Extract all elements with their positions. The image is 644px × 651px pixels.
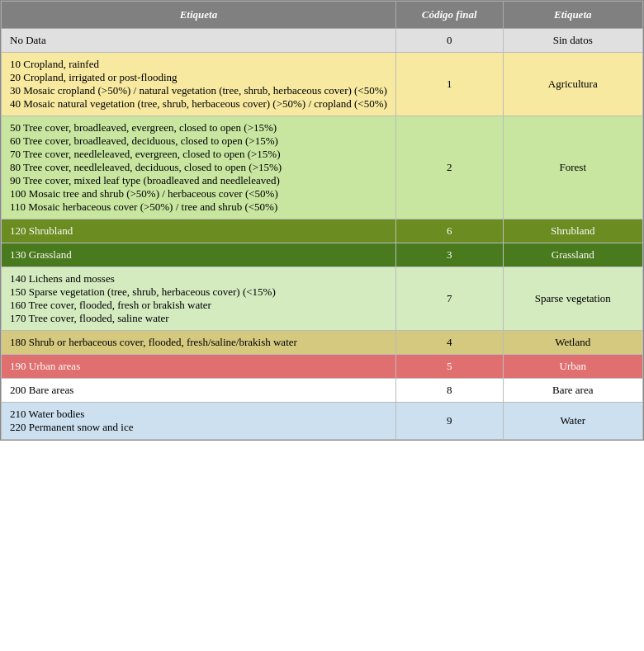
etiqueta2-cell: Sin datos xyxy=(503,29,643,53)
etiqueta-cell: 130 Grassland xyxy=(2,243,396,267)
etiqueta-text: 200 Bare areas xyxy=(10,384,73,396)
etiqueta-cell: 140 Lichens and mosses150 Sparse vegetat… xyxy=(2,267,396,331)
codigo-cell: 3 xyxy=(395,243,503,267)
codigo-cell: 5 xyxy=(395,355,503,379)
etiqueta-text: 80 Tree cover, needleleaved, deciduous, … xyxy=(10,161,282,173)
etiqueta-cell: 190 Urban areas xyxy=(2,355,396,379)
codigo-cell: 4 xyxy=(395,331,503,355)
etiqueta-cell: No Data xyxy=(2,29,396,53)
etiqueta-cell: 10 Cropland, rainfed20 Cropland, irrigat… xyxy=(2,53,396,116)
etiqueta-text: 50 Tree cover, broadleaved, evergreen, c… xyxy=(10,121,277,134)
table-row: 120 Shrubland6Shrubland xyxy=(2,219,643,243)
table-row: 130 Grassland3Grassland xyxy=(2,243,643,267)
etiqueta-text: 160 Tree cover, flooded, fresh or brakis… xyxy=(10,299,211,311)
table-row: 140 Lichens and mosses150 Sparse vegetat… xyxy=(2,267,643,331)
etiqueta2-cell: Grassland xyxy=(503,243,643,267)
etiqueta-text: 210 Water bodies xyxy=(10,408,84,420)
etiqueta2-cell: Agricultura xyxy=(503,53,643,116)
header-etiqueta: Etiqueta xyxy=(2,2,396,29)
table-row: 190 Urban areas5Urban xyxy=(2,355,643,379)
table-row: 180 Shrub or herbaceous cover, flooded, … xyxy=(2,331,643,355)
etiqueta-text: 100 Mosaic tree and shrub (>50%) / herba… xyxy=(10,187,278,200)
etiqueta2-cell: Urban xyxy=(503,355,643,379)
codigo-cell: 7 xyxy=(395,267,503,331)
codigo-cell: 6 xyxy=(395,219,503,243)
table-header: Etiqueta Código final Etiqueta xyxy=(2,2,643,29)
table-row: No Data0Sin datos xyxy=(2,29,643,53)
etiqueta2-cell: Water xyxy=(503,403,643,440)
etiqueta2-cell: Shrubland xyxy=(503,219,643,243)
header-etiqueta2: Etiqueta xyxy=(503,2,643,29)
etiqueta-text: 90 Tree cover, mixed leaf type (broadlea… xyxy=(10,174,280,186)
etiqueta-text: 170 Tree cover, flooded, saline water xyxy=(10,312,169,324)
etiqueta2-cell: Wetland xyxy=(503,331,643,355)
header-codigo: Código final xyxy=(395,2,503,29)
etiqueta-cell: 210 Water bodies220 Permanent snow and i… xyxy=(2,403,396,440)
etiqueta-text: 70 Tree cover, needleleaved, evergreen, … xyxy=(10,148,280,160)
etiqueta-text: 190 Urban areas xyxy=(10,360,80,372)
etiqueta-text: 10 Cropland, rainfed xyxy=(10,58,99,70)
etiqueta-text: 130 Grassland xyxy=(10,248,72,261)
codigo-cell: 1 xyxy=(395,53,503,116)
etiqueta-text: 20 Cropland, irrigated or post-flooding xyxy=(10,71,178,83)
table-row: 210 Water bodies220 Permanent snow and i… xyxy=(2,403,643,440)
codigo-cell: 8 xyxy=(395,379,503,403)
etiqueta-text: 30 Mosaic cropland (>50%) / natural vege… xyxy=(10,84,387,97)
codigo-cell: 2 xyxy=(395,116,503,219)
etiqueta2-cell: Forest xyxy=(503,116,643,219)
etiqueta-text: 110 Mosaic herbaceous cover (>50%) / tre… xyxy=(10,200,277,213)
land-cover-table: Etiqueta Código final Etiqueta No Data0S… xyxy=(0,0,644,441)
etiqueta-text: 140 Lichens and mosses xyxy=(10,272,115,285)
etiqueta-cell: 180 Shrub or herbaceous cover, flooded, … xyxy=(2,331,396,355)
etiqueta-text: 120 Shrubland xyxy=(10,224,73,237)
etiqueta-text: 180 Shrub or herbaceous cover, flooded, … xyxy=(10,336,297,348)
etiqueta-text: 220 Permanent snow and ice xyxy=(10,421,133,433)
etiqueta-cell: 200 Bare areas xyxy=(2,379,396,403)
etiqueta-cell: 50 Tree cover, broadleaved, evergreen, c… xyxy=(2,116,396,219)
codigo-cell: 9 xyxy=(395,403,503,440)
etiqueta-text: No Data xyxy=(10,34,46,46)
table-row: 200 Bare areas8Bare area xyxy=(2,379,643,403)
etiqueta-text: 60 Tree cover, broadleaved, deciduous, c… xyxy=(10,134,278,147)
etiqueta2-cell: Sparse vegetation xyxy=(503,267,643,331)
etiqueta-cell: 120 Shrubland xyxy=(2,219,396,243)
table-row: 10 Cropland, rainfed20 Cropland, irrigat… xyxy=(2,53,643,116)
codigo-cell: 0 xyxy=(395,29,503,53)
etiqueta2-cell: Bare area xyxy=(503,379,643,403)
etiqueta-text: 40 Mosaic natural vegetation (tree, shru… xyxy=(10,97,387,110)
table-row: 50 Tree cover, broadleaved, evergreen, c… xyxy=(2,116,643,219)
etiqueta-text: 150 Sparse vegetation (tree, shrub, herb… xyxy=(10,285,276,298)
